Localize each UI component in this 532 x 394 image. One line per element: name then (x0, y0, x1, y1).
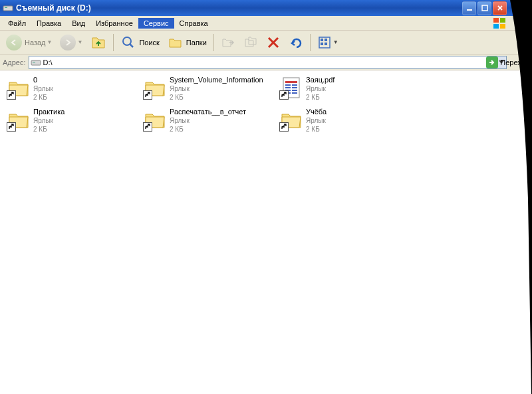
undo-button[interactable] (285, 33, 307, 52)
svg-rect-5 (500, 18, 505, 23)
forward-icon (60, 35, 76, 50)
file-name: Практика (33, 108, 65, 116)
go-icon (486, 56, 498, 68)
svg-rect-20 (285, 87, 291, 88)
folder-icon (143, 76, 167, 100)
svg-rect-7 (500, 24, 505, 29)
svg-rect-19 (292, 84, 297, 86)
menu-favorites[interactable]: Избранное (90, 18, 138, 29)
file-size: 2 КБ (170, 93, 263, 102)
menu-view[interactable]: Вид (66, 18, 90, 29)
shortcut-badge-icon (279, 122, 289, 132)
shortcut-badge-icon (143, 90, 152, 100)
file-item[interactable]: ПрактикаЯрлык2 КБ (5, 106, 142, 138)
file-size: 2 КБ (33, 93, 53, 102)
move-to-icon (221, 35, 235, 50)
svg-rect-25 (292, 92, 297, 94)
file-item[interactable]: System_Volume_InformationЯрлык2 КБ (142, 74, 278, 106)
file-type: Ярлык (306, 84, 334, 93)
copy-to-icon (243, 35, 258, 50)
svg-rect-21 (292, 87, 297, 88)
svg-rect-11 (325, 39, 327, 41)
chevron-down-icon: ▼ (47, 39, 53, 45)
file-type: Ярлык (33, 84, 53, 93)
maximize-button[interactable] (477, 1, 491, 15)
file-name: Распечатать__в_отчет (170, 108, 246, 116)
chevron-down-icon: ▼ (333, 39, 338, 45)
shortcut-badge-icon (7, 90, 16, 100)
file-name: System_Volume_Information (170, 76, 263, 84)
back-icon (6, 35, 22, 50)
address-path: D:\ (43, 58, 495, 66)
file-type: Ярлык (306, 116, 327, 125)
svg-rect-15 (33, 62, 35, 62)
svg-rect-10 (321, 39, 323, 41)
address-field[interactable]: D:\ (29, 56, 507, 69)
menu-file[interactable]: Файл (3, 18, 31, 29)
file-type: Ярлык (170, 116, 246, 125)
file-size: 2 КБ (306, 125, 327, 134)
svg-rect-13 (325, 43, 327, 45)
svg-rect-3 (482, 5, 487, 11)
svg-rect-17 (285, 81, 297, 83)
search-icon (120, 35, 136, 50)
shortcut-badge-icon (143, 122, 152, 132)
folders-icon (168, 35, 184, 50)
delete-icon (266, 35, 281, 50)
folders-button[interactable]: Папки (164, 33, 210, 52)
shortcut-badge-icon (279, 90, 289, 100)
minimize-button[interactable] (462, 1, 476, 15)
file-item[interactable]: 0Ярлык2 КБ (5, 74, 142, 106)
file-size: 2 КБ (306, 93, 334, 102)
svg-rect-18 (285, 84, 291, 86)
windows-logo-icon (492, 17, 507, 30)
back-button[interactable]: Назад ▼ (3, 33, 55, 52)
folder-icon (7, 76, 31, 100)
views-icon (317, 35, 332, 50)
undo-icon (289, 35, 303, 50)
svg-rect-0 (3, 6, 13, 11)
address-label: Адрес: (3, 58, 26, 66)
file-item[interactable]: Распечатать__в_отчетЯрлык2 КБ (142, 106, 278, 138)
menu-tools[interactable]: Сервис (138, 18, 174, 29)
toolbar: Назад ▼ ▼ Поиск Папки ▼ (0, 31, 532, 54)
file-name: Заяц.pdf (306, 76, 334, 84)
menu-edit[interactable]: Правка (31, 18, 66, 29)
search-button[interactable]: Поиск (117, 33, 162, 52)
delete-button[interactable] (263, 33, 284, 52)
svg-rect-2 (467, 9, 472, 11)
menubar: Файл Правка Вид Избранное Сервис Справка (0, 16, 532, 31)
svg-rect-23 (292, 90, 297, 91)
close-button[interactable] (493, 1, 507, 15)
drive-icon (31, 58, 41, 66)
svg-rect-14 (31, 60, 41, 65)
svg-rect-4 (493, 18, 499, 23)
go-label: Переход (500, 58, 529, 66)
window-title: Съемный диск (D:) (16, 3, 462, 13)
file-size: 2 КБ (170, 125, 246, 134)
views-button[interactable]: ▼ (314, 33, 342, 52)
forward-button[interactable]: ▼ (57, 33, 86, 52)
file-item[interactable]: Заяц.pdfЯрлык2 КБ (278, 74, 414, 106)
svg-rect-12 (321, 43, 323, 45)
move-to-button[interactable] (217, 33, 239, 52)
folder-up-icon (90, 35, 106, 50)
shortcut-badge-icon (7, 122, 16, 132)
titlebar: Съемный диск (D:) (0, 0, 532, 16)
menu-help[interactable]: Справка (174, 18, 213, 29)
svg-rect-6 (493, 24, 499, 29)
file-name: Учёба (306, 108, 327, 116)
chevron-down-icon: ▼ (77, 39, 82, 45)
file-type: Ярлык (170, 84, 263, 93)
drive-icon (3, 3, 13, 13)
file-name: 0 (33, 76, 53, 84)
go-button[interactable]: Переход (486, 56, 529, 69)
copy-to-button[interactable] (240, 33, 261, 52)
file-item[interactable]: УчёбаЯрлык2 КБ (278, 106, 414, 138)
up-button[interactable] (87, 33, 110, 52)
svg-rect-1 (5, 7, 7, 8)
addressbar: Адрес: D:\ Переход (0, 54, 532, 70)
folder-icon (279, 108, 303, 132)
document-icon (279, 76, 303, 100)
folder-icon (143, 108, 167, 132)
